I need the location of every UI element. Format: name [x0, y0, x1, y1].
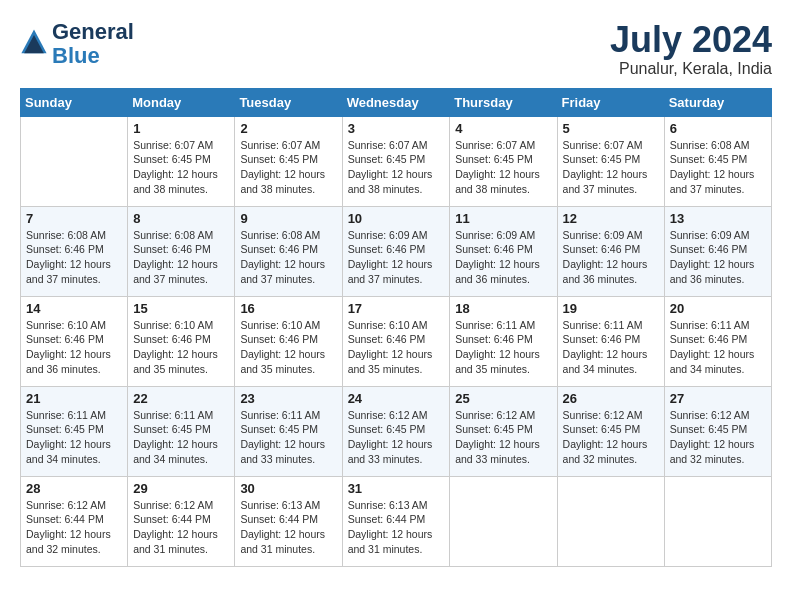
day-number: 3 [348, 121, 445, 136]
day-info: Sunrise: 6:12 AM Sunset: 6:45 PM Dayligh… [348, 408, 445, 467]
calendar-cell: 31Sunrise: 6:13 AM Sunset: 6:44 PM Dayli… [342, 476, 450, 566]
day-number: 8 [133, 211, 229, 226]
calendar-cell: 3Sunrise: 6:07 AM Sunset: 6:45 PM Daylig… [342, 116, 450, 206]
day-info: Sunrise: 6:08 AM Sunset: 6:46 PM Dayligh… [26, 228, 122, 287]
month-year: July 2024 [610, 20, 772, 60]
calendar-cell [557, 476, 664, 566]
col-header-tuesday: Tuesday [235, 88, 342, 116]
col-header-friday: Friday [557, 88, 664, 116]
day-number: 19 [563, 301, 659, 316]
day-info: Sunrise: 6:08 AM Sunset: 6:46 PM Dayligh… [133, 228, 229, 287]
day-number: 7 [26, 211, 122, 226]
day-number: 1 [133, 121, 229, 136]
calendar-week-4: 21Sunrise: 6:11 AM Sunset: 6:45 PM Dayli… [21, 386, 772, 476]
logo: General Blue [20, 20, 134, 68]
calendar-cell: 16Sunrise: 6:10 AM Sunset: 6:46 PM Dayli… [235, 296, 342, 386]
day-info: Sunrise: 6:10 AM Sunset: 6:46 PM Dayligh… [240, 318, 336, 377]
day-info: Sunrise: 6:07 AM Sunset: 6:45 PM Dayligh… [240, 138, 336, 197]
calendar-cell: 29Sunrise: 6:12 AM Sunset: 6:44 PM Dayli… [128, 476, 235, 566]
calendar-table: SundayMondayTuesdayWednesdayThursdayFrid… [20, 88, 772, 567]
calendar-cell: 13Sunrise: 6:09 AM Sunset: 6:46 PM Dayli… [664, 206, 771, 296]
day-number: 5 [563, 121, 659, 136]
calendar-cell: 18Sunrise: 6:11 AM Sunset: 6:46 PM Dayli… [450, 296, 557, 386]
calendar-cell [450, 476, 557, 566]
day-info: Sunrise: 6:07 AM Sunset: 6:45 PM Dayligh… [348, 138, 445, 197]
day-info: Sunrise: 6:12 AM Sunset: 6:44 PM Dayligh… [26, 498, 122, 557]
day-number: 29 [133, 481, 229, 496]
day-info: Sunrise: 6:11 AM Sunset: 6:45 PM Dayligh… [26, 408, 122, 467]
day-info: Sunrise: 6:11 AM Sunset: 6:45 PM Dayligh… [240, 408, 336, 467]
day-number: 6 [670, 121, 766, 136]
calendar-week-3: 14Sunrise: 6:10 AM Sunset: 6:46 PM Dayli… [21, 296, 772, 386]
calendar-cell: 5Sunrise: 6:07 AM Sunset: 6:45 PM Daylig… [557, 116, 664, 206]
calendar-cell: 11Sunrise: 6:09 AM Sunset: 6:46 PM Dayli… [450, 206, 557, 296]
day-number: 12 [563, 211, 659, 226]
calendar-cell: 17Sunrise: 6:10 AM Sunset: 6:46 PM Dayli… [342, 296, 450, 386]
calendar-cell: 22Sunrise: 6:11 AM Sunset: 6:45 PM Dayli… [128, 386, 235, 476]
day-number: 2 [240, 121, 336, 136]
calendar-cell: 12Sunrise: 6:09 AM Sunset: 6:46 PM Dayli… [557, 206, 664, 296]
calendar-cell: 23Sunrise: 6:11 AM Sunset: 6:45 PM Dayli… [235, 386, 342, 476]
calendar-cell: 24Sunrise: 6:12 AM Sunset: 6:45 PM Dayli… [342, 386, 450, 476]
day-number: 15 [133, 301, 229, 316]
calendar-cell: 26Sunrise: 6:12 AM Sunset: 6:45 PM Dayli… [557, 386, 664, 476]
day-number: 27 [670, 391, 766, 406]
calendar-cell: 1Sunrise: 6:07 AM Sunset: 6:45 PM Daylig… [128, 116, 235, 206]
day-number: 4 [455, 121, 551, 136]
calendar-cell: 21Sunrise: 6:11 AM Sunset: 6:45 PM Dayli… [21, 386, 128, 476]
day-info: Sunrise: 6:11 AM Sunset: 6:46 PM Dayligh… [455, 318, 551, 377]
col-header-wednesday: Wednesday [342, 88, 450, 116]
logo-icon [20, 28, 48, 56]
calendar-cell: 8Sunrise: 6:08 AM Sunset: 6:46 PM Daylig… [128, 206, 235, 296]
day-info: Sunrise: 6:09 AM Sunset: 6:46 PM Dayligh… [348, 228, 445, 287]
day-number: 24 [348, 391, 445, 406]
calendar-cell: 19Sunrise: 6:11 AM Sunset: 6:46 PM Dayli… [557, 296, 664, 386]
day-number: 30 [240, 481, 336, 496]
day-number: 17 [348, 301, 445, 316]
day-number: 25 [455, 391, 551, 406]
day-info: Sunrise: 6:07 AM Sunset: 6:45 PM Dayligh… [133, 138, 229, 197]
day-number: 11 [455, 211, 551, 226]
calendar-cell [664, 476, 771, 566]
day-info: Sunrise: 6:12 AM Sunset: 6:44 PM Dayligh… [133, 498, 229, 557]
day-info: Sunrise: 6:10 AM Sunset: 6:46 PM Dayligh… [133, 318, 229, 377]
calendar-cell: 10Sunrise: 6:09 AM Sunset: 6:46 PM Dayli… [342, 206, 450, 296]
day-number: 23 [240, 391, 336, 406]
calendar-cell: 20Sunrise: 6:11 AM Sunset: 6:46 PM Dayli… [664, 296, 771, 386]
calendar-cell: 30Sunrise: 6:13 AM Sunset: 6:44 PM Dayli… [235, 476, 342, 566]
calendar-cell: 6Sunrise: 6:08 AM Sunset: 6:45 PM Daylig… [664, 116, 771, 206]
calendar-cell: 15Sunrise: 6:10 AM Sunset: 6:46 PM Dayli… [128, 296, 235, 386]
col-header-sunday: Sunday [21, 88, 128, 116]
calendar-cell: 4Sunrise: 6:07 AM Sunset: 6:45 PM Daylig… [450, 116, 557, 206]
day-number: 13 [670, 211, 766, 226]
calendar-cell: 9Sunrise: 6:08 AM Sunset: 6:46 PM Daylig… [235, 206, 342, 296]
day-number: 21 [26, 391, 122, 406]
title-block: July 2024 Punalur, Kerala, India [610, 20, 772, 78]
day-number: 9 [240, 211, 336, 226]
day-info: Sunrise: 6:11 AM Sunset: 6:45 PM Dayligh… [133, 408, 229, 467]
col-header-thursday: Thursday [450, 88, 557, 116]
logo-text: General Blue [52, 20, 134, 68]
day-info: Sunrise: 6:10 AM Sunset: 6:46 PM Dayligh… [26, 318, 122, 377]
col-header-monday: Monday [128, 88, 235, 116]
day-info: Sunrise: 6:07 AM Sunset: 6:45 PM Dayligh… [455, 138, 551, 197]
calendar-cell: 28Sunrise: 6:12 AM Sunset: 6:44 PM Dayli… [21, 476, 128, 566]
calendar-week-5: 28Sunrise: 6:12 AM Sunset: 6:44 PM Dayli… [21, 476, 772, 566]
day-number: 20 [670, 301, 766, 316]
day-info: Sunrise: 6:12 AM Sunset: 6:45 PM Dayligh… [455, 408, 551, 467]
location: Punalur, Kerala, India [610, 60, 772, 78]
calendar-cell: 27Sunrise: 6:12 AM Sunset: 6:45 PM Dayli… [664, 386, 771, 476]
calendar-week-1: 1Sunrise: 6:07 AM Sunset: 6:45 PM Daylig… [21, 116, 772, 206]
day-number: 22 [133, 391, 229, 406]
calendar-cell [21, 116, 128, 206]
day-number: 18 [455, 301, 551, 316]
day-info: Sunrise: 6:09 AM Sunset: 6:46 PM Dayligh… [670, 228, 766, 287]
day-info: Sunrise: 6:08 AM Sunset: 6:45 PM Dayligh… [670, 138, 766, 197]
day-info: Sunrise: 6:11 AM Sunset: 6:46 PM Dayligh… [563, 318, 659, 377]
day-info: Sunrise: 6:12 AM Sunset: 6:45 PM Dayligh… [670, 408, 766, 467]
day-info: Sunrise: 6:10 AM Sunset: 6:46 PM Dayligh… [348, 318, 445, 377]
calendar-cell: 25Sunrise: 6:12 AM Sunset: 6:45 PM Dayli… [450, 386, 557, 476]
day-info: Sunrise: 6:07 AM Sunset: 6:45 PM Dayligh… [563, 138, 659, 197]
day-info: Sunrise: 6:12 AM Sunset: 6:45 PM Dayligh… [563, 408, 659, 467]
day-number: 28 [26, 481, 122, 496]
